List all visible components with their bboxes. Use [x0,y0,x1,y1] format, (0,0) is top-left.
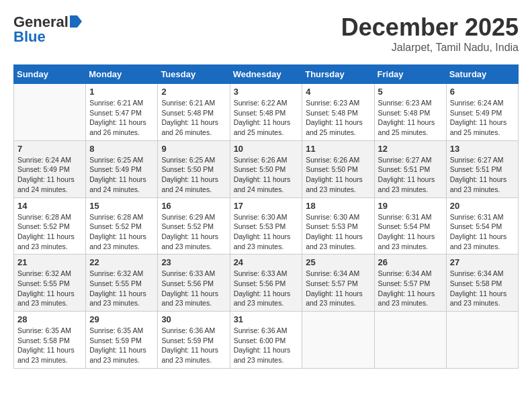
day-number: 7 [17,144,82,154]
month-title: December 2025 [341,13,519,42]
day-number: 18 [306,201,370,211]
calendar-header-row: SundayMondayTuesdayWednesdayThursdayFrid… [14,65,519,84]
day-info: Sunrise: 6:36 AMSunset: 6:00 PMDaylight:… [234,326,299,365]
day-number: 23 [161,257,226,267]
day-info: Sunrise: 6:25 AMSunset: 5:49 PMDaylight:… [89,155,154,195]
weekday-header-monday: Monday [86,65,158,84]
calendar-cell: 3Sunrise: 6:22 AMSunset: 5:48 PMDaylight… [230,84,302,141]
day-number: 8 [89,144,154,154]
day-info: Sunrise: 6:28 AMSunset: 5:52 PMDaylight:… [89,212,154,252]
calendar-cell: 31Sunrise: 6:36 AMSunset: 6:00 PMDayligh… [230,312,302,369]
day-number: 9 [161,144,226,154]
day-info: Sunrise: 6:26 AMSunset: 5:50 PMDaylight:… [234,155,299,195]
day-info: Sunrise: 6:21 AMSunset: 5:48 PMDaylight:… [161,98,226,138]
day-number: 21 [17,257,82,267]
calendar-cell: 8Sunrise: 6:25 AMSunset: 5:49 PMDaylight… [86,140,158,197]
weekday-header-friday: Friday [374,65,446,84]
calendar: SundayMondayTuesdayWednesdayThursdayFrid… [13,64,519,369]
calendar-cell: 13Sunrise: 6:27 AMSunset: 5:51 PMDayligh… [446,140,518,197]
day-info: Sunrise: 6:22 AMSunset: 5:48 PMDaylight:… [234,98,299,138]
calendar-cell: 19Sunrise: 6:31 AMSunset: 5:54 PMDayligh… [374,197,446,255]
day-number: 11 [306,144,370,154]
day-number: 26 [378,257,443,267]
calendar-cell [446,312,518,369]
day-number: 16 [161,201,226,211]
weekday-header-saturday: Saturday [446,65,518,84]
calendar-cell [14,84,86,141]
calendar-cell: 20Sunrise: 6:31 AMSunset: 5:54 PMDayligh… [446,197,518,255]
day-info: Sunrise: 6:30 AMSunset: 5:53 PMDaylight:… [306,212,370,252]
day-info: Sunrise: 6:25 AMSunset: 5:50 PMDaylight:… [161,155,226,195]
day-info: Sunrise: 6:35 AMSunset: 5:58 PMDaylight:… [17,326,82,365]
day-number: 30 [161,314,226,324]
calendar-cell: 23Sunrise: 6:33 AMSunset: 5:56 PMDayligh… [158,255,230,312]
calendar-week-row: 21Sunrise: 6:32 AMSunset: 5:55 PMDayligh… [14,255,519,312]
calendar-week-row: 1Sunrise: 6:21 AMSunset: 5:47 PMDaylight… [14,84,519,141]
svg-marker-0 [70,15,82,28]
calendar-week-row: 14Sunrise: 6:28 AMSunset: 5:52 PMDayligh… [14,197,519,255]
day-info: Sunrise: 6:31 AMSunset: 5:54 PMDaylight:… [378,212,443,252]
day-number: 13 [450,144,515,154]
weekday-header-thursday: Thursday [302,65,374,84]
subtitle: Jalarpet, Tamil Nadu, India [341,42,519,54]
day-number: 4 [306,87,370,97]
logo-icon [70,15,82,28]
calendar-week-row: 28Sunrise: 6:35 AMSunset: 5:58 PMDayligh… [14,312,519,369]
day-number: 1 [89,87,154,97]
calendar-cell: 18Sunrise: 6:30 AMSunset: 5:53 PMDayligh… [302,197,374,255]
day-info: Sunrise: 6:27 AMSunset: 5:51 PMDaylight:… [450,155,515,195]
day-number: 17 [234,201,299,211]
calendar-cell: 25Sunrise: 6:34 AMSunset: 5:57 PMDayligh… [302,255,374,312]
day-number: 3 [234,87,299,97]
day-info: Sunrise: 6:27 AMSunset: 5:51 PMDaylight:… [378,155,443,195]
calendar-cell: 14Sunrise: 6:28 AMSunset: 5:52 PMDayligh… [14,197,86,255]
title-area: December 2025 Jalarpet, Tamil Nadu, Indi… [341,13,519,54]
day-info: Sunrise: 6:32 AMSunset: 5:55 PMDaylight:… [89,269,154,308]
day-info: Sunrise: 6:26 AMSunset: 5:50 PMDaylight:… [306,155,370,195]
calendar-cell: 11Sunrise: 6:26 AMSunset: 5:50 PMDayligh… [302,140,374,197]
header: General Blue December 2025 Jalarpet, Tam… [13,13,519,54]
day-number: 2 [161,87,226,97]
weekday-header-wednesday: Wednesday [230,65,302,84]
calendar-cell: 26Sunrise: 6:34 AMSunset: 5:57 PMDayligh… [374,255,446,312]
day-number: 28 [17,314,82,324]
day-info: Sunrise: 6:36 AMSunset: 5:59 PMDaylight:… [161,326,226,365]
day-number: 25 [306,257,370,267]
day-info: Sunrise: 6:31 AMSunset: 5:54 PMDaylight:… [450,212,515,252]
weekday-header-sunday: Sunday [14,65,86,84]
day-number: 27 [450,257,515,267]
calendar-week-row: 7Sunrise: 6:24 AMSunset: 5:49 PMDaylight… [14,140,519,197]
day-number: 15 [89,201,154,211]
day-info: Sunrise: 6:34 AMSunset: 5:58 PMDaylight:… [450,269,515,308]
calendar-cell: 22Sunrise: 6:32 AMSunset: 5:55 PMDayligh… [86,255,158,312]
day-number: 19 [378,201,443,211]
day-info: Sunrise: 6:32 AMSunset: 5:55 PMDaylight:… [17,269,82,308]
calendar-cell: 29Sunrise: 6:35 AMSunset: 5:59 PMDayligh… [86,312,158,369]
calendar-cell: 4Sunrise: 6:23 AMSunset: 5:48 PMDaylight… [302,84,374,141]
day-number: 29 [89,314,154,324]
calendar-cell: 1Sunrise: 6:21 AMSunset: 5:47 PMDaylight… [86,84,158,141]
day-info: Sunrise: 6:33 AMSunset: 5:56 PMDaylight:… [161,269,226,308]
calendar-cell: 17Sunrise: 6:30 AMSunset: 5:53 PMDayligh… [230,197,302,255]
weekday-header-tuesday: Tuesday [158,65,230,84]
day-number: 10 [234,144,299,154]
day-info: Sunrise: 6:24 AMSunset: 5:49 PMDaylight:… [450,98,515,138]
calendar-cell: 6Sunrise: 6:24 AMSunset: 5:49 PMDaylight… [446,84,518,141]
calendar-cell: 30Sunrise: 6:36 AMSunset: 5:59 PMDayligh… [158,312,230,369]
calendar-cell: 10Sunrise: 6:26 AMSunset: 5:50 PMDayligh… [230,140,302,197]
calendar-cell: 15Sunrise: 6:28 AMSunset: 5:52 PMDayligh… [86,197,158,255]
calendar-cell: 24Sunrise: 6:33 AMSunset: 5:56 PMDayligh… [230,255,302,312]
calendar-cell [374,312,446,369]
day-info: Sunrise: 6:30 AMSunset: 5:53 PMDaylight:… [234,212,299,252]
calendar-cell: 5Sunrise: 6:23 AMSunset: 5:48 PMDaylight… [374,84,446,141]
logo: General Blue [13,13,82,46]
calendar-cell: 21Sunrise: 6:32 AMSunset: 5:55 PMDayligh… [14,255,86,312]
day-number: 14 [17,201,82,211]
calendar-cell: 27Sunrise: 6:34 AMSunset: 5:58 PMDayligh… [446,255,518,312]
day-number: 20 [450,201,515,211]
calendar-cell: 2Sunrise: 6:21 AMSunset: 5:48 PMDaylight… [158,84,230,141]
day-info: Sunrise: 6:24 AMSunset: 5:49 PMDaylight:… [17,155,82,195]
logo-blue: Blue [13,28,46,46]
calendar-cell: 7Sunrise: 6:24 AMSunset: 5:49 PMDaylight… [14,140,86,197]
day-number: 6 [450,87,515,97]
